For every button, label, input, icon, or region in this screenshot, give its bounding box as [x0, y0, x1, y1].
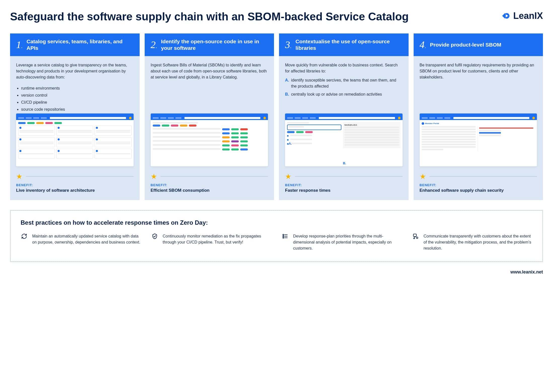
- ol-text: centrally look up or advise on remediati…: [291, 91, 382, 97]
- list-item: runtime environments: [21, 85, 134, 91]
- card-3-desc: Move quickly from vulnerable code to bus…: [285, 62, 403, 74]
- best-practices-title: Best practices on how to accelerate resp…: [21, 219, 532, 226]
- card-1-desc: Leverage a service catalog to give trans…: [16, 62, 134, 80]
- page-title: Safeguard the software supply chain with…: [10, 10, 409, 23]
- card-1-number: 1.: [16, 39, 23, 51]
- card-1: 1. Catalog services, teams, libraries, a…: [10, 33, 140, 200]
- list-item: source code repositories: [21, 106, 134, 112]
- card-3-number: 3.: [285, 39, 292, 51]
- card-4-divider: ★: [414, 172, 543, 183]
- refresh-icon: [21, 233, 28, 240]
- card-1-benefit: Live inventory of software architecture: [16, 188, 134, 193]
- svg-point-8: [416, 237, 418, 239]
- card-4-benefit: Enhanced software supply chain security: [420, 188, 537, 193]
- card-4: 4. Provide product-level SBOM Be transpa…: [414, 33, 543, 200]
- brand-name: LeanIX: [513, 11, 543, 21]
- card-3-divider: ★: [279, 172, 409, 183]
- card-3-ordered-list: A.identify susceptible sercives, the tea…: [285, 77, 403, 99]
- screenshot-label-a: A.: [289, 141, 292, 146]
- bp-text: Continuously monitor remediation as the …: [163, 233, 272, 251]
- card-4-header: 4. Provide product-level SBOM: [414, 33, 543, 56]
- card-2-title: Identify the open-source code in use in …: [161, 38, 268, 52]
- star-icon: ★: [16, 172, 22, 181]
- card-2-header: 2. Identify the open-source code in use …: [145, 33, 274, 56]
- bp-item-4: Communicate transparently with customers…: [412, 233, 533, 251]
- cards-row: 1. Catalog services, teams, libraries, a…: [10, 33, 543, 200]
- svg-point-3: [283, 236, 284, 237]
- ol-text: identify susceptible sercives, the teams…: [291, 77, 403, 89]
- card-4-title: Provide product-level SBOM: [430, 42, 501, 48]
- brand-logo: LeanIX: [499, 10, 543, 22]
- card-2-screenshot: [151, 113, 268, 166]
- star-icon: ★: [151, 172, 157, 181]
- benefit-label: BENEFIT:: [151, 183, 268, 187]
- ss-product-title: Member Portal: [425, 122, 439, 125]
- card-3-benefit: Faster response times: [285, 188, 403, 193]
- bp-text: Maintain an automatically updated servic…: [32, 233, 141, 251]
- benefit-label: BENEFIT:: [16, 183, 134, 187]
- leanix-logo-icon: [499, 10, 511, 22]
- card-2: 2. Identify the open-source code in use …: [145, 33, 274, 200]
- benefit-label: BENEFIT:: [285, 183, 403, 187]
- shield-check-icon: [151, 233, 158, 240]
- star-icon: ★: [420, 172, 426, 181]
- card-2-desc: Ingest Software Bills of Material (SBOMs…: [151, 62, 268, 80]
- star-icon: ★: [285, 172, 291, 181]
- priority-list-icon: [282, 233, 289, 240]
- ss-panel-title: torch@1.13.1: [344, 124, 399, 127]
- card-1-header: 1. Catalog services, teams, libraries, a…: [10, 33, 140, 56]
- card-3-title: Contextualise the use of open-source lib…: [296, 38, 403, 52]
- benefit-label: BENEFIT:: [420, 183, 537, 187]
- svg-rect-7: [413, 234, 416, 237]
- card-2-number: 2.: [151, 39, 157, 51]
- svg-point-9: [414, 238, 415, 239]
- bp-text: Communicate transparently with customers…: [424, 233, 533, 251]
- card-4-desc: Be transparent and fulfil regulatory req…: [420, 62, 537, 80]
- card-2-benefit: Efficient SBOM consumption: [151, 188, 268, 193]
- svg-point-1: [283, 234, 284, 235]
- card-1-title: Catalog services, teams, libraries, and …: [27, 38, 134, 52]
- list-item: version control: [21, 92, 134, 98]
- screenshot-label-b: B.: [343, 161, 346, 166]
- card-2-divider: ★: [145, 172, 274, 183]
- card-3-header: 3. Contextualise the use of open-source …: [279, 33, 409, 56]
- best-practices-box: Best practices on how to accelerate resp…: [10, 210, 543, 262]
- page-header: Safeguard the software supply chain with…: [10, 10, 543, 23]
- bp-text: Develop response-plan priorities through…: [293, 233, 402, 251]
- ol-letter: B.: [285, 91, 289, 97]
- card-3: 3. Contextualise the use of open-source …: [279, 33, 409, 200]
- list-item: CI/CD pipeline: [21, 99, 134, 105]
- card-3-screenshot: torch@1.13.1 A. B.: [285, 113, 403, 166]
- ol-letter: A.: [285, 77, 289, 89]
- card-1-screenshot: [16, 113, 134, 166]
- communicate-icon: [412, 233, 419, 240]
- bp-item-3: Develop response-plan priorities through…: [282, 233, 402, 251]
- footer-url: www.leanix.net: [10, 269, 543, 275]
- card-1-divider: ★: [10, 172, 140, 183]
- bp-item-2: Continuously monitor remediation as the …: [151, 233, 272, 251]
- svg-point-5: [283, 237, 284, 238]
- card-4-screenshot: Member Portal: [420, 113, 537, 166]
- card-1-bullets: runtime environments version control CI/…: [16, 85, 134, 113]
- bp-item-1: Maintain an automatically updated servic…: [21, 233, 141, 251]
- card-4-number: 4.: [420, 39, 426, 51]
